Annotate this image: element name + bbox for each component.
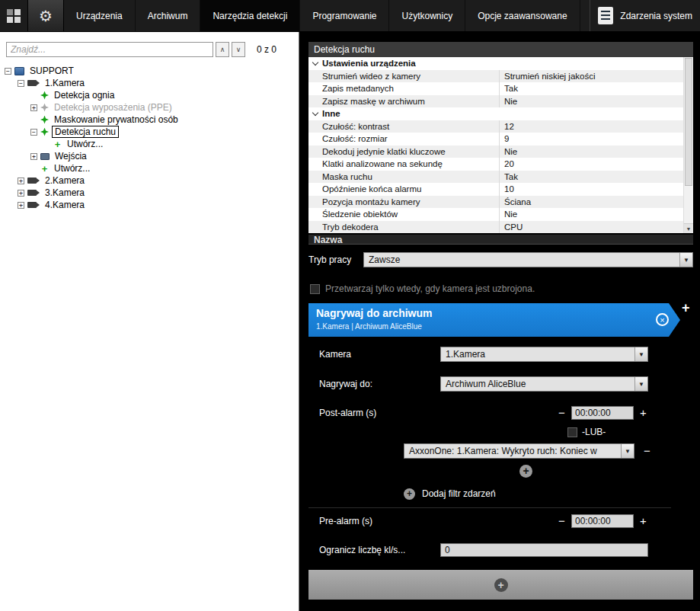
tab-1[interactable]: Archiwum — [136, 0, 201, 31]
chevron-down-icon[interactable] — [634, 377, 647, 391]
tree-item[interactable]: Utwórz... — [0, 138, 299, 150]
setting-value[interactable]: 12 — [499, 120, 683, 133]
chevron-down-icon[interactable] — [621, 444, 634, 458]
setting-value[interactable]: Ściana — [499, 196, 683, 209]
event-filter-select[interactable]: AxxonOne: 1.Kamera: Wykryto ruch: Koniec… — [404, 443, 634, 459]
settings-row[interactable]: Strumień wideo z kamery Strumień niskiej… — [308, 70, 683, 83]
setting-value[interactable]: 9 — [499, 133, 683, 146]
kamera-select[interactable]: 1.Kamera — [440, 347, 648, 362]
tree-item[interactable]: 4.Kamera — [0, 199, 299, 211]
settings-row[interactable]: Pozycja montażu kamery Ściana — [308, 196, 683, 209]
search-input[interactable] — [6, 42, 213, 57]
tree-item-label[interactable]: Utwórz... — [65, 139, 105, 149]
post-alarm-input[interactable] — [571, 406, 634, 420]
tree-item[interactable]: Detekcja ognia — [0, 89, 299, 101]
tree-item-label[interactable]: Utwórz... — [52, 163, 92, 174]
lub-checkbox[interactable] — [567, 427, 577, 437]
add-filter-label[interactable]: Dodaj filtr zdarzeń — [422, 488, 496, 499]
tab-3[interactable]: Programowanie — [300, 0, 389, 31]
tree-item[interactable]: Detekcja ruchu — [0, 126, 299, 138]
chevron-down-icon[interactable] — [634, 347, 647, 361]
rule-card-subtitle: 1.Kamera | Archiwum AliceBlue — [316, 322, 680, 331]
tree-item-label[interactable]: 2.Kamera — [43, 175, 87, 186]
tab-5[interactable]: Opcje zaawansowane — [465, 0, 580, 31]
tree-item[interactable]: Maskowanie prywatności osób — [0, 114, 299, 126]
tab-0[interactable]: Urządzenia — [64, 0, 136, 31]
limit-fps-input[interactable] — [440, 543, 648, 557]
tree-expander-icon[interactable] — [18, 202, 24, 209]
tree-item[interactable]: 1.Kamera — [0, 77, 299, 89]
settings-group-header[interactable]: Ustawienia urządzenia — [308, 57, 683, 70]
post-alarm-increase-button[interactable] — [638, 406, 648, 420]
tree-expander-icon[interactable] — [18, 80, 24, 87]
settings-row[interactable]: Dekoduj jedynie klatki kluczowe Nie — [308, 146, 683, 158]
pre-alarm-decrease-button[interactable] — [557, 514, 567, 528]
pre-alarm-input[interactable] — [571, 514, 634, 528]
tree-item-label[interactable]: Detekcja ruchu — [52, 126, 119, 138]
add-rule-plus-icon[interactable] — [682, 300, 690, 316]
search-next-button[interactable] — [232, 42, 245, 57]
tryb-pracy-select[interactable]: Zawsze — [363, 252, 693, 267]
settings-group-header[interactable]: Inne — [308, 107, 683, 120]
tree-item-label[interactable]: Detekcja ognia — [52, 90, 117, 101]
settings-row[interactable]: Tryb dekodera CPU — [308, 221, 683, 234]
tree-expander-icon[interactable] — [30, 104, 37, 111]
tree-item[interactable]: Detekcja wyposażenia (PPE) — [0, 101, 299, 114]
tree-item-label[interactable]: 1.Kamera — [43, 78, 87, 88]
tree-item-label[interactable]: SUPPORT — [27, 66, 76, 76]
tree-expander-icon[interactable] — [18, 190, 24, 197]
close-icon[interactable] — [656, 313, 669, 326]
setting-value[interactable]: 10 — [499, 183, 683, 196]
tab-2[interactable]: Narzędzia detekcji — [200, 0, 300, 31]
tree-expander-icon[interactable] — [30, 129, 37, 136]
add-filter-plus-icon[interactable] — [404, 488, 415, 500]
search-prev-button[interactable] — [216, 42, 229, 57]
tree-item-label[interactable]: Maskowanie prywatności osób — [52, 114, 181, 125]
tree-expander-icon[interactable] — [5, 68, 11, 75]
setting-value[interactable]: Nie — [499, 208, 683, 221]
setting-value[interactable]: 20 — [499, 158, 683, 171]
add-action-button[interactable] — [494, 578, 508, 592]
settings-row[interactable]: Klatki analizowane na sekundę 20 — [308, 158, 683, 171]
remove-event-filter-button[interactable] — [644, 444, 650, 458]
tree-item-label[interactable]: 3.Kamera — [43, 187, 87, 198]
tree-item[interactable]: 2.Kamera — [0, 174, 299, 187]
armed-only-checkbox[interactable] — [310, 284, 320, 294]
settings-row[interactable]: Opóźnienie końca alarmu 10 — [308, 183, 683, 196]
scrollbar-thumb[interactable] — [685, 58, 692, 186]
tree-item-label[interactable]: Wejścia — [53, 151, 89, 162]
tree-item[interactable]: SUPPORT — [0, 65, 299, 77]
settings-row[interactable]: Maska ruchu Tak — [308, 171, 683, 184]
settings-row[interactable]: Zapis metadanych Tak — [308, 82, 683, 95]
chevron-down-icon[interactable] — [679, 253, 692, 267]
post-alarm-decrease-button[interactable] — [557, 406, 567, 420]
tree-item[interactable]: Utwórz... — [0, 162, 299, 174]
setting-value[interactable]: Tak — [499, 171, 683, 184]
app-menu-button[interactable] — [0, 0, 27, 31]
setting-value[interactable]: Strumień niskiej jakości — [499, 70, 683, 83]
tree-item-label[interactable]: 4.Kamera — [43, 200, 87, 210]
settings-gear-button[interactable] — [27, 0, 64, 31]
tree-expander-icon[interactable] — [30, 153, 37, 160]
settings-row[interactable]: Zapisz maskę w archiwum Nie — [308, 95, 683, 108]
setting-value[interactable]: Nie — [499, 146, 683, 158]
system-events-button[interactable]: Zdarzenia system — [590, 0, 700, 31]
tree-item[interactable]: 3.Kamera — [0, 187, 299, 199]
nagrywaj-select[interactable]: Archiwum AliceBlue — [440, 376, 648, 392]
tree-item-label[interactable]: Detekcja wyposażenia (PPE) — [52, 102, 174, 113]
tree-item[interactable]: Wejścia — [0, 150, 299, 162]
tab-4[interactable]: Użytkownicy — [389, 0, 465, 31]
settings-row[interactable]: Czułość: rozmiar 9 — [308, 133, 683, 146]
settings-row[interactable]: Czułość: kontrast 12 — [308, 120, 683, 133]
settings-row[interactable]: Śledzenie obiektów Nie — [308, 208, 683, 221]
setting-value[interactable]: Nie — [499, 95, 683, 108]
settings-scrollbar[interactable] — [683, 57, 693, 233]
setting-value[interactable]: Tak — [499, 82, 683, 95]
tree-expander-icon[interactable] — [18, 178, 24, 184]
scrollbar-down-button[interactable] — [684, 223, 693, 233]
pre-alarm-increase-button[interactable] — [638, 514, 648, 528]
nagrywaj-value: Archiwum AliceBlue — [441, 377, 634, 391]
add-condition-button[interactable] — [519, 465, 532, 478]
setting-value[interactable]: CPU — [499, 221, 683, 234]
rule-card[interactable]: Nagrywaj do archiwum 1.Kamera | Archiwum… — [308, 303, 680, 337]
